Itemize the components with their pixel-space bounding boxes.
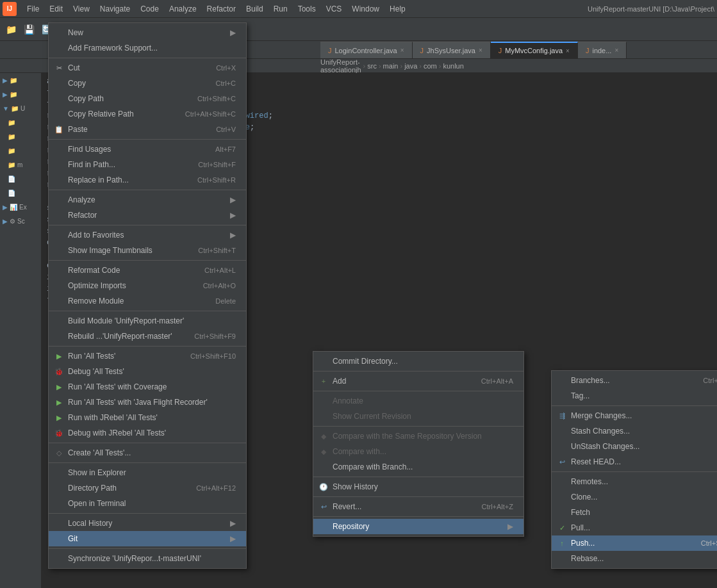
ctx-rebuild-label: Rebuild ...'UnifyReport-master' — [68, 332, 172, 341]
menu-edit[interactable]: Edit — [44, 3, 68, 15]
menu-analyze[interactable]: Analyze — [164, 3, 202, 15]
ctx-git-rebase[interactable]: Rebase... — [552, 551, 717, 566]
sidebar-row-m[interactable]: 📁 m — [0, 158, 41, 172]
sidebar-row-3[interactable]: 📁 — [0, 115, 41, 129]
tab-login-controller[interactable]: J LoginController.java × — [320, 42, 413, 58]
ctx-run-coverage[interactable]: ▶ Run 'All Tests' with Coverage — [49, 379, 246, 395]
ctx-git-pull[interactable]: ✓ Pull... — [552, 520, 717, 535]
ctx-show-thumbnails[interactable]: Show Image Thumbnails Ctrl+Shift+T — [49, 243, 246, 258]
ctx-analyze[interactable]: Analyze ▶ — [49, 192, 246, 208]
ctx-paste[interactable]: 📋 Paste Ctrl+V — [49, 122, 246, 137]
ctx-remove-module[interactable]: Remove Module Delete — [49, 293, 246, 309]
ctx-new[interactable]: New ▶ — [49, 25, 246, 40]
menu-vcs[interactable]: VCS — [321, 3, 347, 15]
ctx-synchronize[interactable]: Synchronize 'UnifyRepor...t-masterUNI' — [49, 551, 246, 566]
ctx-vcs-commit-dir[interactable]: Commit Directory... — [313, 354, 523, 369]
ctx-git-tag[interactable]: Tag... — [552, 388, 717, 404]
ctx-git-reset-head[interactable]: ↩ Reset HEAD... — [552, 454, 717, 470]
ctx-git-remotes[interactable]: Remotes... — [552, 474, 717, 489]
ctx-copy[interactable]: Copy Ctrl+C — [49, 76, 246, 91]
tab-close-index[interactable]: × — [614, 47, 618, 54]
sidebar-row-uni[interactable]: ▼ 📁 U — [0, 101, 41, 115]
sidebar-row-5[interactable]: 📁 — [0, 143, 41, 158]
sidebar-row-ex[interactable]: ▶ 📊 Ex — [0, 200, 41, 214]
bc-kunlun[interactable]: kunlun — [443, 62, 463, 70]
bc-src[interactable]: src — [367, 62, 377, 70]
ctx-git-branches[interactable]: Branches... Ctrl+Shift+` — [552, 373, 717, 388]
ctx-vcs-show-history[interactable]: 🕐 Show History — [313, 479, 523, 494]
ctx-debug-tests[interactable]: 🐞 Debug 'All Tests' — [49, 364, 246, 379]
ctx-cut[interactable]: ✂ Cut Ctrl+X — [49, 60, 246, 76]
tab-icon-mymvcconfig: J — [499, 47, 502, 54]
ctx-replace-in-path[interactable]: Replace in Path... Ctrl+Shift+R — [49, 172, 246, 188]
ctx-vcs-repository[interactable]: Repository ▶ — [313, 519, 523, 534]
ctx-git-unstash[interactable]: UnStash Changes... — [552, 439, 717, 454]
ctx-add-framework[interactable]: Add Framework Support... — [49, 40, 246, 56]
menu-window[interactable]: Window — [347, 3, 384, 15]
ctx-add-to-fav[interactable]: Add to Favorites ▶ — [49, 227, 246, 243]
ctx-reformat-shortcut: Ctrl+Alt+L — [204, 266, 236, 274]
tab-close-login[interactable]: × — [400, 47, 404, 54]
ctx-rebuild[interactable]: Rebuild ...'UnifyReport-master' Ctrl+Shi… — [49, 329, 246, 344]
ctx-copy-relative[interactable]: Copy Relative Path Ctrl+Alt+Shift+C — [49, 106, 246, 122]
ctx-vcs-revert[interactable]: ↩ Revert... Ctrl+Alt+Z — [313, 499, 523, 514]
ctx-debug-jrebel[interactable]: 🐞 Debug with JRebel 'All Tests' — [49, 425, 246, 441]
ctx-vcs-compare-same-icon: ◆ — [318, 431, 329, 441]
ctx-open-terminal[interactable]: Open in Terminal — [49, 496, 246, 511]
bc-main[interactable]: main — [383, 62, 399, 70]
ctx-git[interactable]: Git ▶ — [49, 531, 246, 546]
ctx-directory-path[interactable]: Directory Path Ctrl+Alt+F12 — [49, 480, 246, 496]
sidebar-row-6[interactable]: 📄 — [0, 172, 41, 186]
ctx-git-fetch[interactable]: Fetch — [552, 505, 717, 520]
ctx-git-merge[interactable]: ⇶ Merge Changes... — [552, 408, 717, 423]
ctx-copy-path[interactable]: Copy Path Ctrl+Shift+C — [49, 91, 246, 106]
ctx-run-jrebel[interactable]: ▶ Run with JRebel 'All Tests' — [49, 410, 246, 425]
ctx-run-jrebel-icon: ▶ — [54, 412, 64, 423]
tab-label-login: LoginController.java — [335, 47, 397, 54]
tab-jhsysuser[interactable]: J JhSysUser.java × — [413, 42, 491, 58]
ctx-optimize-imports[interactable]: Optimize Imports Ctrl+Alt+O — [49, 278, 246, 293]
ctx-git-push[interactable]: ↑ Push... Ctrl+Shift+K — [552, 535, 717, 551]
ctx-vcs-add-label: Add — [333, 377, 346, 386]
sidebar-row-2[interactable]: ▶ 📁 — [0, 87, 41, 101]
ctx-local-history[interactable]: Local History ▶ — [49, 516, 246, 531]
tab-index[interactable]: J inde... × — [578, 42, 627, 58]
ctx-git-rebase-label: Rebase... — [571, 554, 604, 563]
ctx-create-tests[interactable]: ◇ Create 'All Tests'... — [49, 445, 246, 461]
ctx-build-module-label: Build Module 'UnifyReport-master' — [68, 316, 184, 325]
sidebar-row-4[interactable]: 📁 — [0, 129, 41, 143]
bc-java[interactable]: java — [404, 62, 417, 70]
sidebar-row-sc[interactable]: ▶ ⚙ Sc — [0, 214, 41, 228]
ctx-show-explorer[interactable]: Show in Explorer — [49, 465, 246, 480]
ctx-vcs-compare-branch[interactable]: Compare with Branch... — [313, 459, 523, 475]
menu-build[interactable]: Build — [241, 3, 268, 15]
ctx-run-tests[interactable]: ▶ Run 'All Tests' Ctrl+Shift+F10 — [49, 348, 246, 364]
menu-tools[interactable]: Tools — [293, 3, 321, 15]
tab-mymvcconfig[interactable]: J MyMvcConfig.java × — [491, 42, 578, 58]
ctx-git-push-icon: ↑ — [557, 538, 567, 548]
menu-file[interactable]: File — [22, 3, 44, 15]
ctx-find-in-path[interactable]: Find in Path... Ctrl+Shift+F — [49, 157, 246, 172]
ctx-find-usages[interactable]: Find Usages Alt+F7 — [49, 142, 246, 157]
menu-run[interactable]: Run — [268, 3, 293, 15]
ctx-git-stash[interactable]: Stash Changes... — [552, 423, 717, 439]
ctx-build-module[interactable]: Build Module 'UnifyReport-master' — [49, 313, 246, 329]
ctx-git-clone[interactable]: Clone... — [552, 489, 717, 505]
bc-com[interactable]: com — [424, 62, 437, 70]
toolbar-save-btn[interactable]: 💾 — [21, 21, 37, 38]
sidebar-row-7[interactable]: 📄 — [0, 186, 41, 200]
tab-close-mymvcconfig[interactable]: × — [566, 47, 570, 54]
menu-help[interactable]: Help — [384, 3, 411, 15]
menu-view[interactable]: View — [68, 3, 95, 15]
ctx-refactor[interactable]: Refactor ▶ — [49, 208, 246, 223]
tab-close-jhsysuser[interactable]: × — [479, 47, 482, 54]
ctx-reformat[interactable]: Reformat Code Ctrl+Alt+L — [49, 263, 246, 278]
menu-refactor[interactable]: Refactor — [202, 3, 241, 15]
ctx-vcs-add[interactable]: + Add Ctrl+Alt+A — [313, 373, 523, 389]
menu-navigate[interactable]: Navigate — [95, 3, 135, 15]
toolbar-open-btn[interactable]: 📁 — [3, 21, 19, 38]
bc-project[interactable]: UnifyReport-associationjh — [320, 58, 361, 74]
ctx-run-flight[interactable]: ▶ Run 'All Tests' with 'Java Flight Reco… — [49, 395, 246, 410]
sidebar-row-1[interactable]: ▶ 📁 — [0, 73, 41, 87]
menu-code[interactable]: Code — [135, 3, 164, 15]
